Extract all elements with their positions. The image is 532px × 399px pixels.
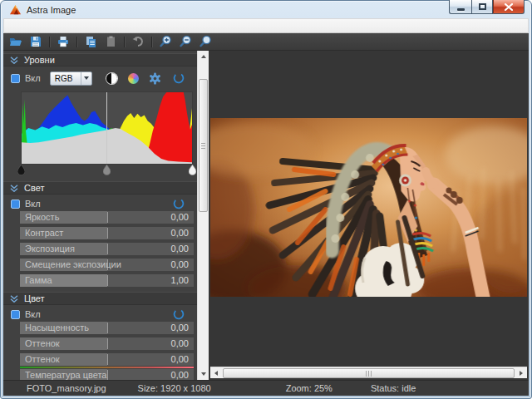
minimize-button[interactable] xyxy=(449,0,471,14)
close-icon xyxy=(505,3,513,11)
slider-label: Контраст xyxy=(25,228,63,238)
slider-zero-marker xyxy=(107,212,108,223)
title-bar[interactable]: Astra Image xyxy=(3,1,529,18)
colorwheel-icon[interactable] xyxy=(128,73,139,84)
scroll-down-button[interactable] xyxy=(198,368,209,380)
paste-icon-disabled xyxy=(104,35,117,48)
slider-zero-marker xyxy=(107,244,108,254)
slider-value: 0,00 xyxy=(171,228,189,238)
menu-item[interactable] xyxy=(73,24,86,27)
channel-select-value: RGB xyxy=(51,74,81,83)
reset-icon[interactable] xyxy=(172,71,185,85)
levels-histogram[interactable] xyxy=(21,91,193,165)
channel-select-button[interactable] xyxy=(81,72,91,85)
slider-label: Оттенок xyxy=(25,338,60,348)
slider-row[interactable]: Яркость 0,00 xyxy=(20,211,194,224)
slider-row[interactable]: Температура цвета 0,00 xyxy=(20,369,194,380)
menu-item[interactable] xyxy=(33,24,47,27)
scrollbar-thumb[interactable] xyxy=(199,79,208,212)
slider-label: Смещение экспозиции xyxy=(25,259,121,269)
light-enabled-label: Вкл xyxy=(25,199,41,209)
menu-item[interactable] xyxy=(60,24,73,27)
color-enabled-row: Вкл xyxy=(3,307,197,322)
maximize-button[interactable] xyxy=(471,0,493,14)
caption-buttons xyxy=(449,0,525,14)
save-icon[interactable] xyxy=(29,35,42,48)
slider-row[interactable]: Контраст 0,00 xyxy=(20,227,194,239)
light-enabled-checkbox[interactable] xyxy=(11,200,20,209)
zoom-out-icon[interactable] xyxy=(179,35,192,48)
gear-icon[interactable] xyxy=(149,72,161,85)
slider-label: Температура цвета xyxy=(25,370,106,380)
slider-zero-marker xyxy=(107,354,108,365)
toolbar-separator xyxy=(124,37,125,47)
main-content: Уровни Вкл RGB xyxy=(3,51,529,380)
color-enabled-label: Вкл xyxy=(25,309,41,319)
collapse-chevron-icon xyxy=(10,185,18,192)
hscrollbar-thumb[interactable] xyxy=(223,368,515,378)
slider-row[interactable]: Оттенок 0,00 xyxy=(20,353,194,366)
black-point-handle[interactable] xyxy=(17,165,25,175)
slider-row[interactable]: Экспозиция 0,00 xyxy=(20,243,194,255)
zoom-in-icon[interactable] xyxy=(159,35,172,48)
reset-icon[interactable] xyxy=(172,308,185,321)
open-file-icon[interactable] xyxy=(9,35,22,48)
slider-value: 0,00 xyxy=(171,354,189,364)
scrollbar-grip xyxy=(365,371,372,377)
zoom-tool-icon[interactable] xyxy=(199,35,212,48)
close-button[interactable] xyxy=(493,0,525,14)
slider-value: 0,00 xyxy=(171,338,189,348)
section-header-levels[interactable]: Уровни xyxy=(3,53,197,66)
slider-row[interactable]: Насыщенность 0,00 xyxy=(20,322,194,334)
slider-label: Яркость xyxy=(25,212,59,222)
scroll-left-button[interactable] xyxy=(210,367,222,379)
panel-scrollbar[interactable] xyxy=(197,51,209,380)
print-icon[interactable] xyxy=(57,35,70,48)
levels-controls-row: Вкл RGB xyxy=(3,70,197,86)
slider-value: 1,00 xyxy=(171,275,189,285)
slider-row[interactable]: Гамма 1,00 xyxy=(20,274,194,287)
toolbar-separator xyxy=(151,37,152,47)
section-title: Свет xyxy=(24,183,44,193)
toolbar-separator xyxy=(49,37,50,47)
menu-item[interactable] xyxy=(47,24,60,27)
white-point-handle[interactable] xyxy=(189,165,196,175)
levels-handles xyxy=(21,165,193,176)
slider-zero-marker xyxy=(107,323,108,333)
toolbar-separator xyxy=(76,37,77,47)
viewer-hscrollbar[interactable] xyxy=(210,367,527,378)
scroll-right-button[interactable] xyxy=(515,367,527,379)
menu-item[interactable] xyxy=(20,24,33,27)
levels-enabled-label: Вкл xyxy=(25,73,41,83)
slider-row[interactable]: Оттенок 0,00 xyxy=(20,337,194,350)
color-sliders: Насыщенность 0,00 Оттенок 0,00 Оттенок 0… xyxy=(3,322,197,380)
chevron-down-icon xyxy=(84,76,89,80)
photo-image xyxy=(210,118,527,297)
gray-point-handle[interactable] xyxy=(103,165,111,175)
reset-icon[interactable] xyxy=(172,197,185,210)
contrast-icon[interactable] xyxy=(106,73,117,84)
slider-value: 0,00 xyxy=(171,259,189,269)
maximize-icon xyxy=(479,3,486,10)
slider-value: 0,00 xyxy=(171,323,189,332)
section-header-light[interactable]: Свет xyxy=(3,181,197,195)
channel-select[interactable]: RGB xyxy=(50,71,92,86)
color-enabled-checkbox[interactable] xyxy=(11,310,20,319)
light-sliders: Яркость 0,00 Контраст 0,00 Экспозиция 0,… xyxy=(3,211,197,287)
image-viewer[interactable] xyxy=(209,51,529,380)
menu-item[interactable] xyxy=(86,24,100,27)
scroll-up-button[interactable] xyxy=(198,51,209,62)
section-title: Цвет xyxy=(24,293,45,303)
photo-graphic xyxy=(210,118,527,297)
section-header-color[interactable]: Цвет xyxy=(3,292,197,305)
copy-icon[interactable] xyxy=(84,35,97,48)
levels-enabled-checkbox[interactable] xyxy=(11,74,20,83)
status-zoom-level: Zoom: 25% xyxy=(286,383,332,393)
slider-row[interactable]: Смещение экспозиции 0,00 xyxy=(20,259,194,271)
app-logo-icon xyxy=(9,4,22,16)
menu-item[interactable] xyxy=(7,24,20,27)
slider-label: Гамма xyxy=(25,275,52,285)
slider-zero-marker xyxy=(107,228,108,239)
triangle-left-icon xyxy=(214,371,218,376)
slider-zero-marker xyxy=(107,338,108,349)
